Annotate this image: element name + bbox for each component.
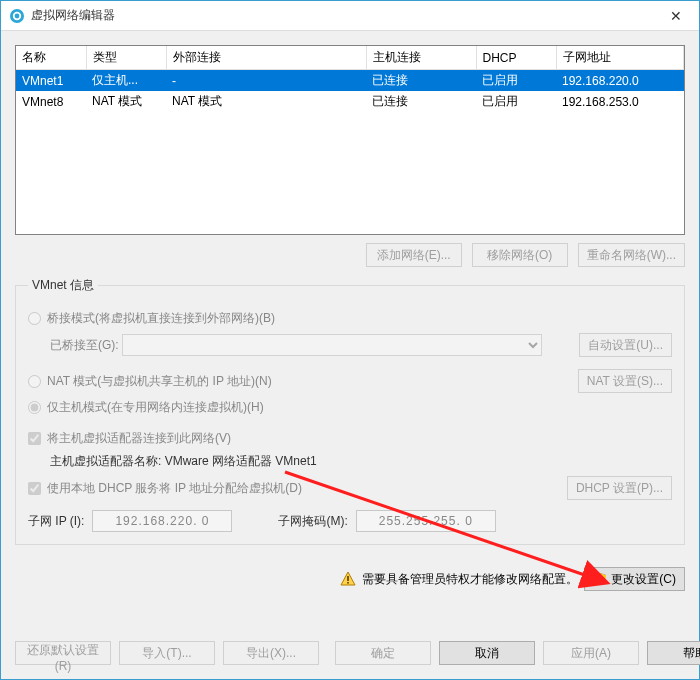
subnet-ip-input[interactable] [92,510,232,532]
nat-radio[interactable]: NAT 模式(与虚拟机共享主机的 IP 地址)(N) [28,373,272,390]
list-buttons: 添加网络(E)... 移除网络(O) 重命名网络(W)... [15,243,685,267]
col-dhcp[interactable]: DHCP [476,46,556,70]
close-button[interactable]: ✕ [653,1,699,30]
cell-dhcp: 已启用 [476,70,556,92]
cell-type: 仅主机... [86,70,166,92]
add-network-button[interactable]: 添加网络(E)... [366,243,462,267]
bridged-to-combo[interactable] [122,334,542,356]
admin-warning-row: 需要具备管理员特权才能修改网络配置。 更改设置(C) [15,567,685,591]
cell-name: VMnet8 [16,91,86,112]
auto-settings-button[interactable]: 自动设置(U)... [579,333,672,357]
host-adapter-name: 主机虚拟适配器名称: VMware 网络适配器 VMnet1 [50,453,317,470]
cell-subnet: 192.168.220.0 [556,70,684,92]
restore-defaults-button[interactable]: 还原默认设置(R) [15,641,111,665]
cell-host: 已连接 [366,91,476,112]
remove-network-button[interactable]: 移除网络(O) [472,243,568,267]
cell-ext: - [166,70,366,92]
group-legend: VMnet 信息 [28,277,98,294]
svg-point-2 [15,13,20,18]
cell-ext: NAT 模式 [166,91,366,112]
cell-dhcp: 已启用 [476,91,556,112]
vmnet-info-group: VMnet 信息 桥接模式(将虚拟机直接连接到外部网络)(B) 已桥接至(G):… [15,277,685,545]
use-dhcp-check[interactable]: 使用本地 DHCP 服务将 IP 地址分配给虚拟机(D) [28,480,302,497]
ok-button[interactable]: 确定 [335,641,431,665]
cell-name: VMnet1 [16,70,86,92]
content: 名称 类型 外部连接 主机连接 DHCP 子网地址 VMnet1仅主机...-已… [1,31,699,631]
export-button[interactable]: 导出(X)... [223,641,319,665]
dhcp-settings-button[interactable]: DHCP 设置(P)... [567,476,672,500]
admin-warning-text: 需要具备管理员特权才能修改网络配置。 [362,571,578,588]
cancel-button[interactable]: 取消 [439,641,535,665]
app-icon [9,8,25,24]
warning-icon [340,571,356,587]
connect-host-check[interactable]: 将主机虚拟适配器连接到此网络(V) [28,430,231,447]
table-row[interactable]: VMnet1仅主机...-已连接已启用192.168.220.0 [16,70,684,92]
table-row[interactable]: VMnet8NAT 模式NAT 模式已连接已启用192.168.253.0 [16,91,684,112]
subnet-mask-input[interactable] [356,510,496,532]
nat-settings-button[interactable]: NAT 设置(S)... [578,369,672,393]
col-subnet[interactable]: 子网地址 [556,46,684,70]
window: 虚拟网络编辑器 ✕ 名称 类型 外部连接 主机连接 DHCP 子网地址 VMne… [0,0,700,680]
network-list[interactable]: 名称 类型 外部连接 主机连接 DHCP 子网地址 VMnet1仅主机...-已… [15,45,685,235]
subnet-ip-label: 子网 IP (I): [28,513,84,530]
cell-type: NAT 模式 [86,91,166,112]
help-button[interactable]: 帮助 [647,641,700,665]
hostonly-radio[interactable]: 仅主机模式(在专用网络内连接虚拟机)(H) [28,399,264,416]
rename-network-button[interactable]: 重命名网络(W)... [578,243,685,267]
subnet-mask-label: 子网掩码(M): [278,513,347,530]
import-button[interactable]: 导入(T)... [119,641,215,665]
change-settings-button[interactable]: 更改设置(C) [584,567,685,591]
col-ext[interactable]: 外部连接 [166,46,366,70]
bridged-to-label: 已桥接至(G): [50,337,119,354]
svg-rect-5 [348,582,350,584]
titlebar: 虚拟网络编辑器 ✕ [1,1,699,31]
apply-button[interactable]: 应用(A) [543,641,639,665]
cell-host: 已连接 [366,70,476,92]
cell-subnet: 192.168.253.0 [556,91,684,112]
svg-rect-4 [348,576,350,581]
subnet-row: 子网 IP (I): 子网掩码(M): [28,510,672,532]
col-type[interactable]: 类型 [86,46,166,70]
footer-buttons: 还原默认设置(R) 导入(T)... 导出(X)... 确定 取消 应用(A) … [1,631,699,679]
bridged-radio[interactable]: 桥接模式(将虚拟机直接连接到外部网络)(B) [28,310,275,327]
col-name[interactable]: 名称 [16,46,86,70]
col-host[interactable]: 主机连接 [366,46,476,70]
shield-icon [593,572,607,586]
network-table: 名称 类型 外部连接 主机连接 DHCP 子网地址 VMnet1仅主机...-已… [16,46,684,112]
window-title: 虚拟网络编辑器 [31,7,653,24]
